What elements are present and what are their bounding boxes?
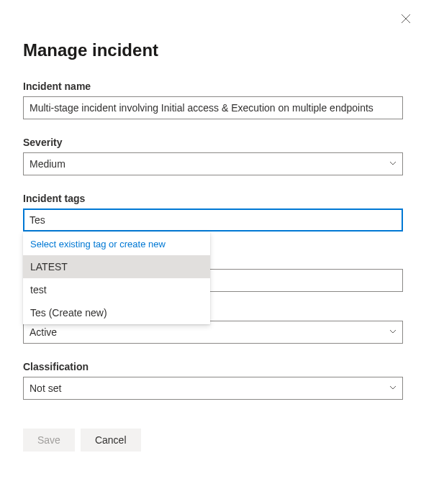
button-row: Save Cancel bbox=[23, 429, 403, 452]
severity-field: Severity Medium bbox=[23, 137, 403, 175]
severity-select[interactable]: Medium bbox=[23, 152, 403, 175]
severity-value: Medium bbox=[30, 158, 65, 170]
incident-name-input[interactable] bbox=[23, 96, 403, 119]
tags-dropdown-item[interactable]: LATEST bbox=[23, 255, 210, 278]
incident-name-field: Incident name bbox=[23, 81, 403, 119]
incident-name-label: Incident name bbox=[23, 81, 403, 92]
incident-tags-field: Incident tags Select existing tag or cre… bbox=[23, 193, 403, 232]
tags-dropdown-item[interactable]: Tes (Create new) bbox=[23, 301, 210, 324]
tags-dropdown-item[interactable]: test bbox=[23, 278, 210, 301]
classification-field: Classification Not set bbox=[23, 361, 403, 400]
classification-label: Classification bbox=[23, 361, 403, 372]
close-icon bbox=[401, 14, 411, 24]
incident-tags-input[interactable] bbox=[23, 209, 403, 232]
page-title: Manage incident bbox=[23, 40, 403, 60]
incident-tags-label: Incident tags bbox=[23, 193, 403, 204]
cancel-button[interactable]: Cancel bbox=[81, 429, 141, 452]
close-button[interactable] bbox=[399, 12, 413, 26]
severity-label: Severity bbox=[23, 137, 403, 148]
manage-incident-panel: Manage incident Incident name Severity M… bbox=[0, 0, 426, 475]
save-button[interactable]: Save bbox=[23, 429, 75, 452]
status-value: Active bbox=[30, 326, 57, 338]
tags-dropdown-header: Select existing tag or create new bbox=[23, 232, 210, 255]
classification-select[interactable]: Not set bbox=[23, 377, 403, 400]
tags-dropdown: Select existing tag or create new LATEST… bbox=[23, 232, 210, 324]
classification-value: Not set bbox=[30, 382, 61, 394]
